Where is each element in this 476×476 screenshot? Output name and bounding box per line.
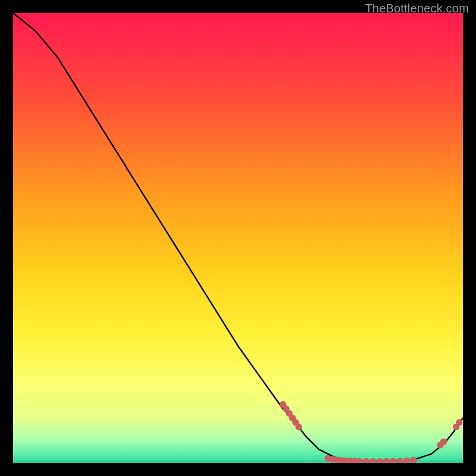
- watermark-text: TheBottleneck.com: [365, 2, 469, 15]
- chart-frame: TheBottleneck.com: [0, 0, 476, 476]
- plot-canvas: [13, 13, 463, 463]
